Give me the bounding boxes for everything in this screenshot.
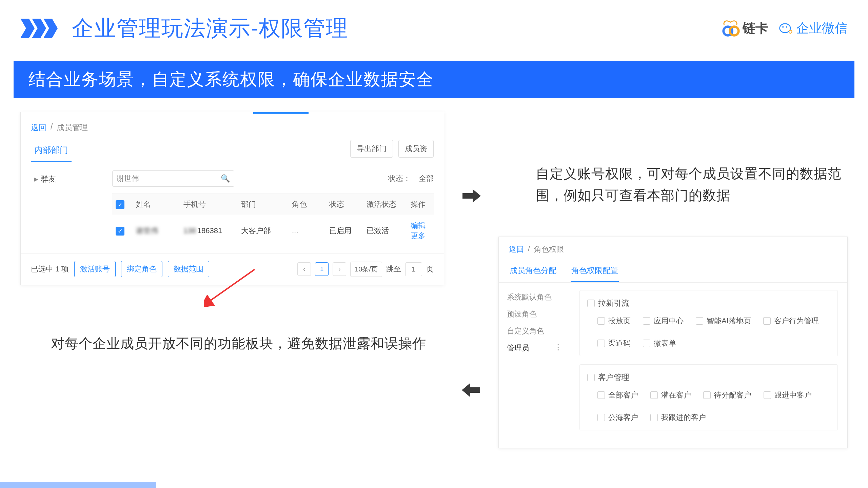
permission-item[interactable]: 智能AI落地页 bbox=[696, 316, 751, 326]
svg-point-5 bbox=[789, 30, 792, 33]
svg-point-3 bbox=[782, 26, 784, 27]
permission-item[interactable]: 全部客户 bbox=[597, 390, 638, 400]
permission-item[interactable]: 微表单 bbox=[643, 338, 676, 348]
permission-item[interactable]: 渠道码 bbox=[597, 338, 631, 348]
permission-checkbox[interactable] bbox=[650, 391, 658, 399]
svg-point-1 bbox=[730, 26, 738, 35]
selected-count: 已选中 1 项 bbox=[31, 264, 69, 274]
side-admin-role[interactable]: 管理员⋮ bbox=[507, 340, 562, 357]
tab-internal-dept[interactable]: 内部部门 bbox=[31, 140, 72, 162]
pager-jump-input[interactable] bbox=[405, 262, 422, 276]
table-header: ✓ 姓名 手机号 部门 角色 状态 激活状态 操作 bbox=[112, 194, 434, 215]
header-checkbox[interactable]: ✓ bbox=[116, 200, 124, 209]
breadcrumb-back[interactable]: 返回 bbox=[31, 122, 46, 133]
slide-title: 企业管理玩法演示-权限管理 bbox=[72, 14, 348, 43]
permission-checkbox[interactable] bbox=[764, 391, 771, 399]
subtitle-bar: 结合业务场景，自定义系统权限，确保企业数据安全 bbox=[14, 61, 854, 98]
permission-checkbox[interactable] bbox=[703, 391, 711, 399]
permission-item[interactable]: 潜在客户 bbox=[650, 390, 691, 400]
pager-prev[interactable]: ‹ bbox=[297, 262, 311, 276]
permission-group-1: 拉新引流 投放页应用中心智能AI落地页客户行为管理渠道码微表单 bbox=[579, 290, 838, 356]
logo-wecom: 企业微信 bbox=[778, 20, 848, 37]
role-sidebar: 系统默认角色 预设角色 自定义角色 管理员⋮ bbox=[499, 283, 570, 448]
breadcrumb2-back[interactable]: 返回 bbox=[509, 244, 524, 255]
permission-checkbox[interactable] bbox=[650, 414, 658, 421]
side-preset-role[interactable]: 预设角色 bbox=[507, 306, 562, 323]
pager-page-1[interactable]: 1 bbox=[315, 262, 329, 276]
permission-checkbox[interactable] bbox=[763, 317, 771, 325]
breadcrumb-current: 成员管理 bbox=[57, 122, 88, 133]
tab-role-assign[interactable]: 成员角色分配 bbox=[509, 261, 557, 282]
row-checkbox[interactable]: ✓ bbox=[116, 227, 124, 236]
more-icon[interactable]: ⋮ bbox=[554, 343, 562, 353]
status-value[interactable]: 全部 bbox=[419, 174, 434, 184]
permission-group-2: 客户管理 全部客户潜在客户待分配客户跟进中客户公海客户我跟进的客户 bbox=[579, 364, 838, 430]
arrow-left-icon bbox=[461, 381, 481, 403]
permission-checkbox[interactable] bbox=[597, 340, 605, 347]
more-link[interactable]: 更多 bbox=[411, 231, 426, 240]
activate-account-button[interactable]: 激活账号 bbox=[74, 261, 116, 277]
permission-item[interactable]: 跟进中客户 bbox=[764, 390, 812, 400]
permission-item[interactable]: 客户行为管理 bbox=[763, 316, 819, 326]
group1-checkbox[interactable] bbox=[587, 300, 595, 307]
edit-link[interactable]: 编辑 bbox=[411, 221, 426, 230]
permission-checkbox[interactable] bbox=[643, 340, 650, 347]
permission-checkbox[interactable] bbox=[643, 317, 650, 325]
breadcrumb2: 返回 / 角色权限 bbox=[499, 237, 847, 261]
permission-item[interactable]: 公海客户 bbox=[597, 412, 638, 423]
permission-item[interactable]: 投放页 bbox=[597, 316, 631, 326]
svg-rect-7 bbox=[462, 193, 473, 199]
search-input[interactable]: 谢世伟 🔍 bbox=[112, 170, 234, 187]
tree-item-group[interactable]: 群友 bbox=[27, 170, 95, 188]
svg-rect-8 bbox=[470, 387, 480, 393]
data-scope-button[interactable]: 数据范围 bbox=[168, 261, 209, 277]
member-profile-button[interactable]: 成员资 bbox=[398, 140, 434, 158]
table-row: ✓ 谢世伟 138186381 大客户部 ... 已启用 已激活 编辑 更多 bbox=[112, 215, 434, 246]
tab-role-config[interactable]: 角色权限配置 bbox=[571, 261, 619, 282]
permission-groups: 拉新引流 投放页应用中心智能AI落地页客户行为管理渠道码微表单 客户管理 全部客… bbox=[570, 283, 847, 448]
arrow-right-icon bbox=[461, 186, 481, 208]
permission-checkbox[interactable] bbox=[597, 391, 605, 399]
panel-footer: 已选中 1 项 激活账号 绑定角色 数据范围 ‹ 1 › 10条/页 跳至 页 bbox=[21, 253, 444, 285]
status-label: 状态： bbox=[388, 174, 411, 184]
callout-right: 自定义账号权限，可对每个成员设置不同的数据范围，例如只可查看本部门的数据 bbox=[536, 163, 848, 206]
search-icon: 🔍 bbox=[221, 174, 230, 183]
member-mgmt-panel: 返回 / 成员管理 内部部门 导出部门 成员资 群友 谢世伟 bbox=[20, 112, 444, 285]
permission-checkbox[interactable] bbox=[597, 414, 605, 421]
permission-checkbox[interactable] bbox=[597, 317, 605, 325]
permission-item[interactable]: 待分配客户 bbox=[703, 390, 751, 400]
svg-point-4 bbox=[786, 26, 787, 27]
pager: ‹ 1 › 10条/页 跳至 页 bbox=[297, 262, 434, 277]
side-custom-role[interactable]: 自定义角色 bbox=[507, 323, 562, 340]
members-table: ✓ 姓名 手机号 部门 角色 状态 激活状态 操作 ✓ 谢世伟 13 bbox=[112, 194, 434, 246]
logo-lianka: 链卡 bbox=[722, 19, 768, 38]
callout-left: 对每个企业成员开放不同的功能板块，避免数据泄露和误操作 bbox=[51, 332, 444, 354]
bind-role-button[interactable]: 绑定角色 bbox=[121, 261, 162, 277]
side-sys-role[interactable]: 系统默认角色 bbox=[507, 289, 562, 306]
breadcrumb2-current: 角色权限 bbox=[534, 244, 564, 255]
header-chevrons bbox=[20, 19, 55, 38]
bottom-stripe bbox=[0, 482, 868, 488]
group2-checkbox[interactable] bbox=[587, 374, 595, 381]
pager-size-select[interactable]: 10条/页 bbox=[350, 262, 382, 277]
role-permission-panel: 返回 / 角色权限 成员角色分配 角色权限配置 系统默认角色 预设角色 自定义角… bbox=[498, 237, 848, 448]
dept-tree: 群友 bbox=[21, 162, 102, 253]
permission-checkbox[interactable] bbox=[696, 317, 703, 325]
pager-next[interactable]: › bbox=[333, 262, 346, 276]
header-logos: 链卡 企业微信 bbox=[722, 19, 848, 38]
permission-item[interactable]: 我跟进的客户 bbox=[650, 412, 706, 423]
permission-item[interactable]: 应用中心 bbox=[643, 316, 684, 326]
export-dept-button[interactable]: 导出部门 bbox=[350, 140, 393, 158]
breadcrumb: 返回 / 成员管理 bbox=[21, 114, 444, 140]
